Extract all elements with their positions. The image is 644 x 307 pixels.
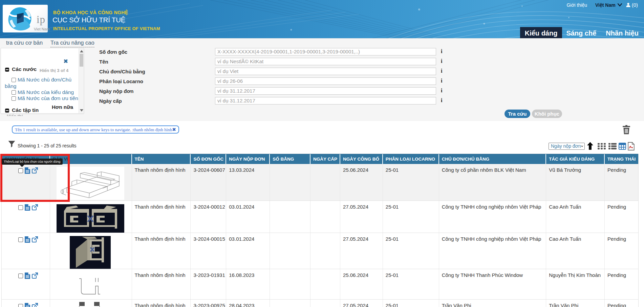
result-row-1[interactable]: Thanh nhôm định hình 3-2024-00607 13.03.… <box>2 164 638 201</box>
col-header-grant-date[interactable]: NGÀY CẤP <box>310 154 340 164</box>
about-link[interactable]: Giới thiệu <box>566 2 587 8</box>
table-view-icon[interactable] <box>619 143 626 151</box>
reset-button[interactable]: Khôi phục <box>532 110 562 118</box>
result-row-3[interactable]: Thanh nhôm định hình 3-2024-00015 03.01.… <box>2 233 638 269</box>
pub-date-cell: 27.05.2024 <box>340 201 383 233</box>
info-icon[interactable]: i <box>441 58 442 64</box>
pub-date-cell: 25.06.2024 <box>340 269 383 299</box>
checkbox[interactable] <box>12 90 16 95</box>
status-cell: Pending <box>605 300 638 307</box>
sort-select[interactable]: Ngày nộp đơn <box>549 143 585 150</box>
tab-kieu-dang[interactable]: Kiểu dáng <box>520 27 562 38</box>
document-icon[interactable] <box>25 236 30 243</box>
design-image[interactable] <box>75 301 104 307</box>
language-selector[interactable]: Việt Nam <box>595 2 622 8</box>
owner-cell: Công ty TNHH công nghiệp nhôm Việt Pháp <box>439 201 546 233</box>
app-number-input[interactable]: X-XXXX-XXXXX(4-2019-00001,1-2019-00001,3… <box>215 48 436 55</box>
author-cell: Cao Anh Tuấn <box>546 201 605 233</box>
patent-no-cell <box>270 233 310 269</box>
filter-option-priority-country[interactable]: Mã Nước của đơn ưu tiên <box>5 95 78 102</box>
grid-view-icon[interactable] <box>598 143 606 151</box>
locarno-cell: 25-01 <box>383 233 439 269</box>
grant-date-input[interactable]: ví dụ 31.12.2017 <box>215 97 436 104</box>
col-header-app-no[interactable]: SỐ ĐƠN GỐC <box>191 154 226 164</box>
field-label-owner: Chủ đơn/Chủ bằng <box>99 69 145 74</box>
external-link-icon[interactable] <box>32 236 38 242</box>
col-header-pub-date[interactable]: NGÀY CÔNG BỐ <box>340 154 383 164</box>
col-header-patent-no[interactable]: SỐ BẰNG <box>270 154 310 164</box>
design-image[interactable] <box>70 236 111 269</box>
external-link-icon[interactable] <box>32 273 38 279</box>
app-no-cell: 3-2024-00607 <box>191 164 226 200</box>
checkbox[interactable] <box>12 78 16 82</box>
scroll-thumb[interactable] <box>80 54 83 67</box>
external-link-icon[interactable] <box>32 303 38 307</box>
filter-panel-scrollbar[interactable] <box>79 48 84 113</box>
locarno-cell: 25-01 <box>383 269 439 299</box>
collapse-section-icon[interactable] <box>5 109 9 113</box>
info-icon[interactable]: i <box>441 78 442 84</box>
document-icon[interactable] <box>25 303 30 307</box>
owner-input[interactable]: ví dụ Viet <box>215 68 436 75</box>
document-icon[interactable] <box>25 204 30 211</box>
pdf-export-icon[interactable] <box>628 142 635 152</box>
filter-option-design-country[interactable]: Mã Nước của kiểu dáng <box>5 89 78 96</box>
filing-date-cell: 03.01.2024 <box>226 233 270 269</box>
sort-select-value: Ngày nộp đơn <box>551 143 581 149</box>
external-link-icon[interactable] <box>32 204 38 210</box>
list-view-icon[interactable] <box>608 143 617 151</box>
row-checkbox[interactable] <box>18 274 23 278</box>
row-checkbox[interactable] <box>18 304 23 307</box>
info-icon[interactable]: i <box>441 48 442 54</box>
filing-date-input[interactable]: ví dụ 31.12.2017 <box>215 87 436 95</box>
advanced-search-link[interactable]: Tra cứu nâng cao <box>50 40 94 47</box>
col-header-filing-date[interactable]: NGÀY NỘP ĐƠN <box>226 154 270 164</box>
tab-nhan-hieu[interactable]: Nhãn hiệu <box>606 27 639 38</box>
scroll-down-icon[interactable] <box>80 109 83 112</box>
filing-date-cell: 16.08.2023 <box>226 269 270 299</box>
author-cell: Nguyễn Thị Kim Thoản <box>546 269 605 299</box>
checkbox[interactable] <box>12 96 16 101</box>
filter-panel-close-icon[interactable]: ✖ <box>63 58 68 64</box>
tab-sang-che[interactable]: Sáng chế <box>566 27 596 38</box>
row-checkbox[interactable] <box>18 205 23 210</box>
design-image[interactable] <box>78 277 107 296</box>
filter-option-owner-country[interactable]: Mã Nước chủ đơn/Chủ bằng <box>5 77 78 89</box>
search-term-tag[interactable]: Tên 1 result is available, use up and do… <box>12 125 179 134</box>
info-icon[interactable]: i <box>441 88 442 94</box>
filter-section-files-hint: Hiển thị <box>1 114 41 116</box>
user-account[interactable]: (0) <box>626 2 638 8</box>
drawing-cell <box>50 233 132 269</box>
locarno-input[interactable]: ví dụ 26-06 <box>215 77 436 85</box>
status-cell: Pending <box>605 269 638 299</box>
col-header-name[interactable]: TÊN <box>132 154 191 164</box>
name-input[interactable]: ví dụ NestlÃ© KitKat <box>215 58 436 65</box>
grant-date-cell <box>310 269 340 299</box>
collapse-section-icon[interactable] <box>5 68 9 72</box>
scroll-up-icon[interactable] <box>80 50 83 52</box>
trash-icon[interactable] <box>622 125 630 136</box>
info-icon[interactable]: i <box>441 68 442 74</box>
col-header-locarno[interactable]: PHÂN LOẠI LOCARNO <box>383 154 439 164</box>
result-row-2[interactable]: Thanh nhôm định hình 3-2024-00012 03.01.… <box>2 201 638 233</box>
document-icon[interactable] <box>25 273 30 279</box>
col-header-owner[interactable]: CHỦ ĐƠN/CHỦ BẰNG <box>439 154 546 164</box>
col-header-status[interactable]: TRẠNG THÁI <box>605 154 638 164</box>
result-row-4[interactable]: Thanh nhôm định hình 3-2023-01931 16.08.… <box>2 269 638 300</box>
result-row-5[interactable]: Thanh nhôm định hình 3-2023-00975 28.04.… <box>2 300 638 307</box>
select-cell <box>2 269 50 299</box>
filter-funnel-icon[interactable] <box>8 141 15 149</box>
ipvn-logo[interactable]: ip Viet Nam <box>3 5 48 32</box>
row-checkbox[interactable] <box>18 237 23 242</box>
more-filters-link[interactable]: Hơn nữa <box>52 104 73 110</box>
tag-remove-icon[interactable]: ✖ <box>172 127 176 132</box>
design-image[interactable] <box>57 204 124 233</box>
main-tabs: Kiểu dáng Sáng chế Nhãn hiệu <box>520 27 639 38</box>
basic-search-link[interactable]: tra cứu cơ bản <box>6 40 43 46</box>
search-button[interactable]: Tra cứu <box>505 110 530 118</box>
sort-ascending-icon[interactable] <box>587 142 594 151</box>
info-icon[interactable]: i <box>441 97 442 103</box>
drawing-cell <box>50 300 132 307</box>
col-header-author[interactable]: TÁC GIẢ KIỂU DÁNG <box>546 154 605 164</box>
field-label-filing-date: Ngày nộp đơn <box>99 88 134 94</box>
